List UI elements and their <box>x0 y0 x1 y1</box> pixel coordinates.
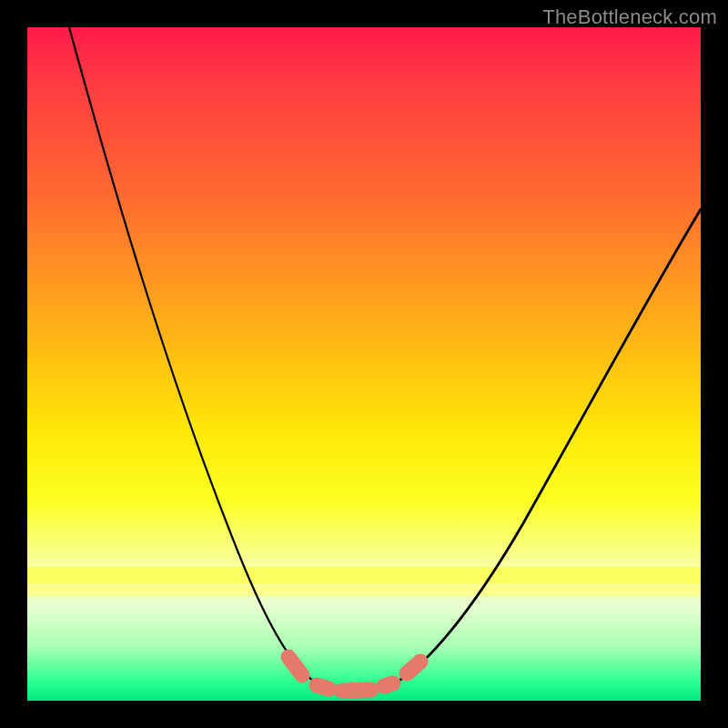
watermark-text: TheBottleneck.com <box>542 5 717 29</box>
chart-frame: TheBottleneck.com <box>0 0 728 728</box>
plot-area <box>27 27 701 701</box>
bead-segment <box>317 685 329 689</box>
bead-segment <box>342 690 371 691</box>
curve-left-branch <box>69 27 318 684</box>
bead-segment <box>288 657 302 675</box>
bead-segment <box>407 662 420 673</box>
curve-svg <box>27 27 701 701</box>
curve-right-branch <box>396 209 701 682</box>
bead-segment <box>384 683 393 686</box>
